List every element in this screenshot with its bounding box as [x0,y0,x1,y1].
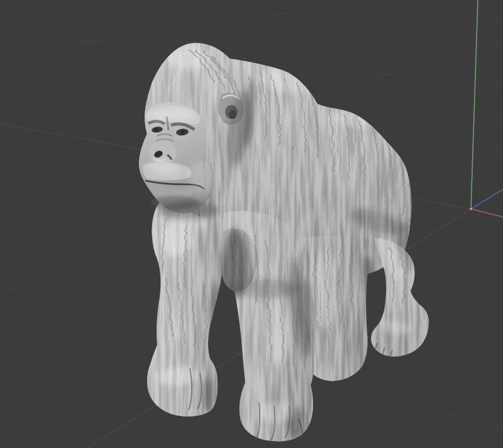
viewport-canvas [0,0,503,448]
pupil-left [155,128,158,132]
pupil-right [180,130,184,134]
viewport-3d[interactable] [0,0,503,448]
world-origin-point [470,208,472,210]
